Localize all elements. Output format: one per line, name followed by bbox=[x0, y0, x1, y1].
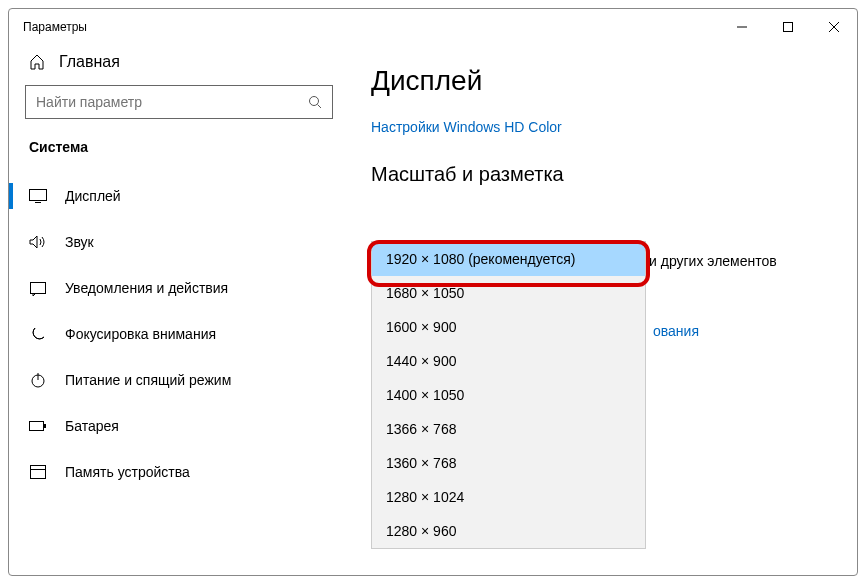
sound-icon bbox=[29, 233, 47, 251]
page-title: Дисплей bbox=[371, 65, 817, 97]
sidebar-item-label: Питание и спящий режим bbox=[65, 372, 231, 388]
display-icon bbox=[29, 187, 47, 205]
resolution-dropdown[interactable]: 1920 × 1080 (рекомендуется) 1680 × 1050 … bbox=[371, 241, 646, 549]
svg-rect-13 bbox=[31, 470, 46, 479]
home-label: Главная bbox=[59, 53, 120, 71]
search-icon bbox=[308, 95, 322, 109]
sidebar-item-focus[interactable]: Фокусировка внимания bbox=[9, 311, 349, 357]
partial-text-elements: и других элементов bbox=[649, 253, 777, 269]
svg-rect-12 bbox=[44, 424, 46, 428]
sidebar-item-label: Уведомления и действия bbox=[65, 280, 228, 296]
scale-heading: Масштаб и разметка bbox=[371, 163, 817, 186]
sidebar-item-display[interactable]: Дисплей bbox=[9, 173, 349, 219]
resolution-option[interactable]: 1280 × 960 bbox=[372, 514, 645, 548]
power-icon bbox=[29, 371, 47, 389]
search-box[interactable] bbox=[25, 85, 333, 119]
resolution-option[interactable]: 1680 × 1050 bbox=[372, 276, 645, 310]
partial-link-advanced[interactable]: ования bbox=[653, 323, 699, 339]
notifications-icon bbox=[29, 279, 47, 297]
resolution-option[interactable]: 1920 × 1080 (рекомендуется) bbox=[372, 242, 645, 276]
main-content: Дисплей Настройки Windows HD Color Масшт… bbox=[349, 45, 857, 575]
resolution-option[interactable]: 1366 × 768 bbox=[372, 412, 645, 446]
sidebar-item-label: Батарея bbox=[65, 418, 119, 434]
titlebar: Параметры bbox=[9, 9, 857, 45]
sidebar: Главная Система Дисплей Звук bbox=[9, 45, 349, 575]
svg-rect-1 bbox=[784, 23, 793, 32]
content-row: Главная Система Дисплей Звук bbox=[9, 45, 857, 575]
sidebar-item-label: Фокусировка внимания bbox=[65, 326, 216, 342]
sidebar-item-sound[interactable]: Звук bbox=[9, 219, 349, 265]
sidebar-item-label: Дисплей bbox=[65, 188, 121, 204]
category-heading: Система bbox=[9, 139, 349, 173]
svg-point-4 bbox=[310, 97, 319, 106]
sidebar-item-battery[interactable]: Батарея bbox=[9, 403, 349, 449]
resolution-option[interactable]: 1360 × 768 bbox=[372, 446, 645, 480]
svg-rect-14 bbox=[31, 466, 46, 470]
sidebar-item-power[interactable]: Питание и спящий режим bbox=[9, 357, 349, 403]
battery-icon bbox=[29, 417, 47, 435]
resolution-scroll[interactable]: 1920 × 1080 (рекомендуется) 1680 × 1050 … bbox=[372, 242, 645, 548]
sidebar-item-label: Память устройства bbox=[65, 464, 190, 480]
maximize-button[interactable] bbox=[765, 12, 811, 42]
resolution-option[interactable]: 1440 × 900 bbox=[372, 344, 645, 378]
window-controls bbox=[719, 12, 857, 42]
svg-rect-11 bbox=[30, 422, 44, 431]
sidebar-item-label: Звук bbox=[65, 234, 94, 250]
resolution-option[interactable]: 1600 × 900 bbox=[372, 310, 645, 344]
resolution-option[interactable]: 1400 × 1050 bbox=[372, 378, 645, 412]
search-input[interactable] bbox=[36, 94, 308, 110]
home-icon bbox=[29, 54, 45, 70]
svg-rect-8 bbox=[31, 283, 46, 294]
svg-rect-6 bbox=[30, 190, 47, 201]
settings-window: Параметры Главная bbox=[8, 8, 858, 576]
window-title: Параметры bbox=[23, 20, 87, 34]
hd-color-link[interactable]: Настройки Windows HD Color bbox=[371, 119, 817, 135]
svg-line-5 bbox=[318, 105, 322, 109]
focus-icon bbox=[29, 325, 47, 343]
resolution-option[interactable]: 1280 × 1024 bbox=[372, 480, 645, 514]
sidebar-item-notifications[interactable]: Уведомления и действия bbox=[9, 265, 349, 311]
minimize-button[interactable] bbox=[719, 12, 765, 42]
close-button[interactable] bbox=[811, 12, 857, 42]
home-nav[interactable]: Главная bbox=[9, 53, 349, 85]
sidebar-item-storage[interactable]: Память устройства bbox=[9, 449, 349, 495]
storage-icon bbox=[29, 463, 47, 481]
